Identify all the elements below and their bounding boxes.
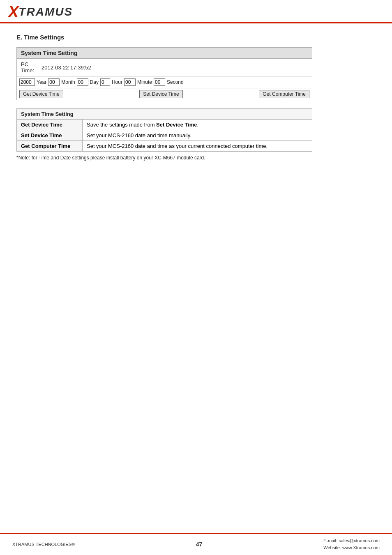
desc-set-device-time: Set your MCS-2160 date and time manually… — [83, 130, 312, 141]
second-label: Second — [166, 79, 184, 85]
term-set-device-time: Set Device Time — [17, 130, 83, 141]
year-label: Year — [36, 79, 47, 85]
day-input[interactable] — [100, 78, 110, 86]
main-content: E. Time Settings System Time Setting PCT… — [0, 23, 392, 171]
minute-label: Minute — [136, 79, 153, 85]
desc-get-computer-time: Set your MCS-2160 date and time as your … — [83, 141, 312, 152]
logo: X TRAMUS — [8, 4, 73, 20]
month-input[interactable] — [77, 78, 88, 86]
header: X TRAMUS — [0, 0, 392, 23]
footer-website: Website: www.Xtramus.com — [323, 544, 380, 552]
time-input-row: Year Month Day Hour Minute Second — [17, 76, 312, 88]
term-get-computer-time: Get Computer Time — [17, 141, 83, 152]
month-label: Month — [60, 79, 76, 85]
pc-time-value: 2012-03-22 17:39:52 — [42, 64, 91, 71]
get-device-time-button[interactable]: Get Device Time — [19, 90, 63, 98]
footer-email: E-mail: sales@xtramus.com — [323, 537, 380, 545]
system-time-box: System Time Setting PCTime: 2012-03-22 1… — [16, 47, 312, 100]
desc-table-header-row: System Time Setting — [17, 109, 312, 120]
hour-label: Hour — [111, 79, 123, 85]
logo-x: X — [8, 4, 18, 20]
year-input[interactable] — [19, 78, 35, 86]
section-title: E. Time Settings — [16, 34, 376, 41]
get-computer-time-button[interactable]: Get Computer Time — [259, 90, 309, 98]
note-text: *Note: for Time and Date settings please… — [16, 155, 312, 161]
pc-time-label: PCTime: — [21, 61, 37, 74]
hour-input[interactable] — [124, 78, 136, 86]
desc-table-title: System Time Setting — [17, 109, 312, 120]
day-label: Day — [89, 79, 99, 85]
footer-left: XTRAMUS TECHNOLOGIES® — [12, 542, 75, 547]
buttons-row: Get Device Time Set Device Time Get Comp… — [17, 88, 312, 100]
table-row: Set Device Time Set your MCS-2160 date a… — [17, 130, 312, 141]
system-time-box-title: System Time Setting — [17, 48, 312, 59]
minute-input[interactable] — [154, 78, 165, 86]
set-device-time-button[interactable]: Set Device Time — [139, 90, 182, 98]
footer: XTRAMUS TECHNOLOGIES® 47 E-mail: sales@x… — [0, 533, 392, 555]
footer-page-number: 47 — [196, 541, 203, 548]
footer-right: E-mail: sales@xtramus.com Website: www.X… — [323, 537, 380, 552]
logo-text: TRAMUS — [18, 5, 73, 18]
month-input-prefix[interactable] — [48, 78, 60, 86]
table-row: Get Device Time Save the settings made f… — [17, 120, 312, 130]
table-row: Get Computer Time Set your MCS-2160 date… — [17, 141, 312, 152]
pc-time-row: PCTime: 2012-03-22 17:39:52 — [17, 59, 312, 76]
desc-get-device-time: Save the settings made from Set Device T… — [83, 120, 312, 130]
description-table: System Time Setting Get Device Time Save… — [16, 108, 312, 152]
term-get-device-time: Get Device Time — [17, 120, 83, 130]
